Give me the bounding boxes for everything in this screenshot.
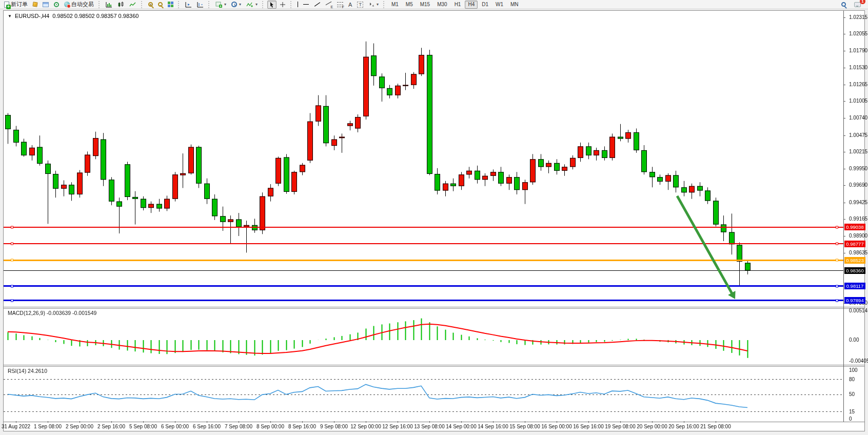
macd-scale-max: 0.00514 bbox=[849, 308, 867, 313]
chart-canvas[interactable] bbox=[4, 11, 843, 422]
timeframe-button-h4[interactable]: H4 bbox=[465, 1, 478, 9]
timeframe-button-w1[interactable]: W1 bbox=[492, 1, 506, 9]
label-tool-button[interactable]: T bbox=[355, 1, 365, 9]
price-tick-label: 1.00740 bbox=[849, 115, 867, 121]
price-tick-label: 0.99950 bbox=[849, 166, 867, 171]
rsi-scale-100: 100 bbox=[849, 367, 858, 373]
time-tick bbox=[175, 421, 175, 423]
tile-windows-button[interactable] bbox=[166, 1, 175, 9]
price-badge-0.98117: 0.98117 bbox=[844, 283, 865, 289]
notifications-button[interactable]: 1 bbox=[852, 1, 863, 9]
bar-chart-button[interactable] bbox=[104, 1, 114, 9]
time-tick-label: 1 Sep 08:00 bbox=[34, 424, 62, 429]
hline-anchor[interactable] bbox=[836, 226, 838, 228]
autotrade-label: 自动交易 bbox=[71, 1, 94, 8]
time-tick bbox=[461, 421, 462, 423]
chart-ohlc-values: 0.98502 0.98502 0.98357 0.98360 bbox=[52, 13, 139, 19]
macd-scale-min: -0.004057 bbox=[849, 358, 868, 364]
timeframe-button-d1[interactable]: D1 bbox=[479, 1, 491, 9]
price-tick-label: 0.98900 bbox=[849, 233, 867, 239]
price-tick bbox=[843, 135, 845, 136]
trendline-tool-button[interactable] bbox=[312, 1, 322, 9]
cursor-tool-button[interactable] bbox=[267, 1, 277, 9]
line-chart-button[interactable] bbox=[127, 1, 139, 9]
price-badge-0.98523: 0.98523 bbox=[844, 257, 865, 264]
price-tick-label: 0.99165 bbox=[849, 216, 867, 222]
macd-pane-separator[interactable] bbox=[4, 307, 864, 309]
timeframe-button-mn[interactable]: MN bbox=[507, 1, 522, 9]
new-order-button[interactable]: 新订单 bbox=[2, 1, 30, 9]
autotrade-icon bbox=[64, 2, 70, 7]
period-button[interactable]: ▾ bbox=[229, 1, 243, 9]
hline-0.99038[interactable] bbox=[4, 227, 843, 228]
hline-anchor[interactable] bbox=[11, 226, 13, 228]
macd-label: MACD(12,26,9) -0.003639 -0.001549 bbox=[8, 310, 96, 316]
chart-title: ▼ EURUSD-,H4 0.98502 0.98502 0.98357 0.9… bbox=[8, 13, 139, 19]
price-tick bbox=[843, 169, 845, 169]
price-tick bbox=[843, 101, 845, 102]
timeframe-button-m5[interactable]: M5 bbox=[403, 1, 416, 9]
rsi-pane-separator[interactable] bbox=[4, 365, 864, 367]
hline-0.98777[interactable] bbox=[4, 243, 843, 244]
hline-0.98523[interactable] bbox=[4, 260, 843, 261]
indicators-button[interactable]: ▾ bbox=[244, 1, 260, 9]
price-axis-line bbox=[843, 11, 844, 422]
crosshair-icon bbox=[280, 2, 286, 8]
trendline-icon bbox=[314, 2, 320, 7]
data-window-button[interactable] bbox=[41, 1, 51, 9]
time-tick-label: 8 Sep 00:00 bbox=[257, 424, 284, 429]
price-tick bbox=[843, 236, 845, 236]
navigator-button[interactable] bbox=[52, 1, 61, 9]
price-tick-label: 1.01265 bbox=[849, 82, 867, 87]
shapes-tool-button[interactable]: ▾ bbox=[366, 1, 381, 9]
hline-anchor[interactable] bbox=[836, 259, 838, 262]
toolbar-separator bbox=[141, 1, 144, 8]
hline-0.98360[interactable] bbox=[4, 270, 843, 271]
channel-tool-button[interactable] bbox=[323, 1, 334, 9]
collapse-chart-icon[interactable]: ▼ bbox=[8, 14, 12, 18]
new-order-icon bbox=[4, 2, 9, 8]
new-chart-button[interactable]: ▾ bbox=[213, 1, 228, 9]
autotrade-button[interactable]: 自动交易 bbox=[62, 1, 96, 9]
zoom-in-button[interactable]: + bbox=[146, 1, 155, 9]
timeframe-button-m15[interactable]: M15 bbox=[417, 1, 433, 9]
time-tick bbox=[557, 421, 557, 423]
hline-anchor[interactable] bbox=[11, 299, 13, 302]
time-tick bbox=[620, 421, 621, 423]
timeframe-button-m1[interactable]: M1 bbox=[388, 1, 402, 9]
time-tick-label: 5 Sep 08:00 bbox=[129, 424, 157, 429]
hline-anchor[interactable] bbox=[836, 299, 838, 302]
market-watch-button[interactable] bbox=[31, 1, 40, 9]
hline-anchor[interactable] bbox=[836, 243, 838, 245]
time-tick bbox=[493, 421, 494, 423]
crosshair-tool-button[interactable] bbox=[278, 1, 288, 9]
zoom-out-button[interactable]: - bbox=[156, 1, 165, 9]
candle-chart-button[interactable] bbox=[115, 1, 126, 9]
market-watch-icon bbox=[32, 2, 37, 7]
price-tick-label: 0.99425 bbox=[849, 200, 867, 205]
tile-windows-icon bbox=[168, 2, 173, 7]
horizontal-line-tool-button[interactable] bbox=[301, 1, 311, 9]
dropdown-caret-icon: ▾ bbox=[377, 2, 379, 7]
toolbar-separator bbox=[290, 1, 293, 8]
timeframe-button-h1[interactable]: H1 bbox=[451, 1, 464, 9]
time-tick-label: 14 Sep 16:00 bbox=[478, 424, 508, 429]
timeframe-button-m30[interactable]: M30 bbox=[434, 1, 450, 9]
hline-anchor[interactable] bbox=[836, 285, 838, 287]
search-button[interactable] bbox=[839, 1, 848, 9]
dropdown-caret-icon: ▾ bbox=[239, 2, 241, 7]
hline-anchor[interactable] bbox=[11, 243, 13, 245]
bar-chart-icon bbox=[106, 2, 112, 8]
vertical-line-tool-button[interactable] bbox=[295, 1, 300, 9]
chart-shift-button[interactable] bbox=[195, 1, 206, 9]
dropdown-caret-icon: ▾ bbox=[224, 2, 226, 7]
auto-scroll-button[interactable] bbox=[183, 1, 194, 9]
hline-0.98117[interactable] bbox=[4, 285, 843, 287]
time-tick bbox=[111, 421, 112, 423]
fibonacci-tool-button[interactable] bbox=[335, 1, 345, 9]
text-tool-button[interactable]: A bbox=[346, 1, 354, 9]
price-tick-label: 1.01790 bbox=[849, 48, 867, 53]
hline-anchor[interactable] bbox=[11, 285, 13, 287]
hline-0.97894[interactable] bbox=[4, 300, 843, 301]
hline-anchor[interactable] bbox=[11, 259, 13, 262]
